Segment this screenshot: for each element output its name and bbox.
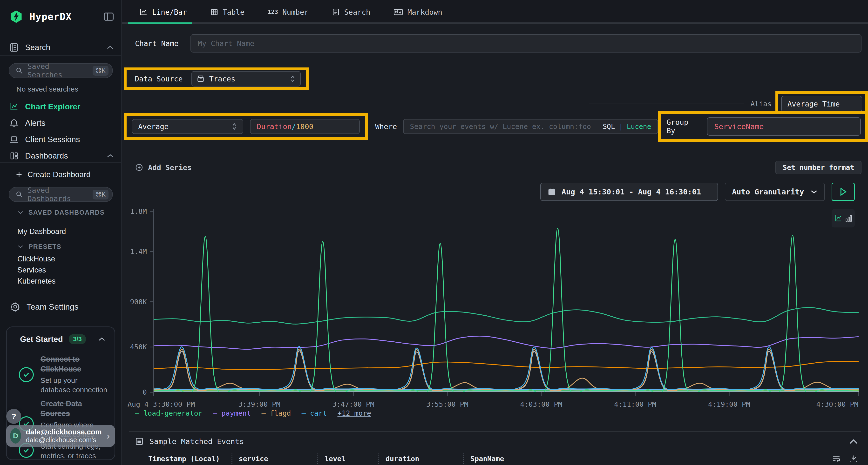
- sql-toggle[interactable]: SQL: [603, 123, 615, 131]
- where-input[interactable]: Search your events w/ Lucene ex. column:…: [403, 119, 658, 134]
- data-source-highlight: Data Source Traces: [124, 67, 309, 90]
- group-by-highlight: Group By ServiceName: [658, 111, 868, 142]
- legend-dash: —: [135, 409, 144, 417]
- sample-events-header: Sample Matched Events: [135, 435, 858, 447]
- legend-dash: —: [261, 409, 270, 417]
- legend-item[interactable]: — load-generator: [135, 409, 202, 417]
- saved-dashboards-placeholder: Saved Dashboards: [28, 186, 88, 203]
- download-icon[interactable]: [849, 454, 858, 463]
- laptop-icon: [9, 135, 19, 144]
- get-started-item-title: Create Data Sources: [40, 399, 107, 419]
- lucene-toggle[interactable]: Lucene: [627, 123, 651, 131]
- run-query-button[interactable]: [832, 182, 855, 201]
- saved-searches-placeholder: Saved Searches: [28, 62, 88, 79]
- chart-explorer-icon: [9, 102, 19, 111]
- chevron-up-icon[interactable]: [98, 337, 106, 342]
- series-actions-row: Add Series Set number format: [135, 160, 862, 175]
- aggregation-value: Average: [138, 122, 168, 131]
- tab-markdown[interactable]: Markdown: [394, 8, 442, 16]
- sidebar: HyperDX Search Saved Searches ⌘K No save…: [0, 0, 122, 465]
- tab-rail: [122, 23, 868, 24]
- legend-item[interactable]: — payment: [213, 409, 251, 417]
- help-button[interactable]: ?: [6, 409, 21, 424]
- tab-search[interactable]: Search: [332, 8, 370, 16]
- sidebar-item-chart-explorer[interactable]: Chart Explorer: [9, 101, 114, 112]
- table-column-header[interactable]: level: [317, 454, 378, 464]
- chevron-up-icon: [106, 45, 114, 50]
- nav-label: Client Sessions: [25, 135, 80, 144]
- svg-text:0: 0: [143, 388, 147, 396]
- wrap-lines-icon[interactable]: [831, 455, 841, 463]
- sidebar-item-dashboards[interactable]: Dashboards: [9, 150, 114, 161]
- search-section-label: Search: [25, 43, 51, 52]
- field-expression-input[interactable]: Duration/1000: [250, 119, 360, 134]
- legend-item[interactable]: — flagd: [261, 409, 291, 417]
- sidebar-item-clickhouse[interactable]: ClickHouse: [18, 254, 114, 264]
- tab-line-bar[interactable]: Line/Bar: [139, 8, 187, 16]
- group-by-input[interactable]: ServiceName: [707, 117, 861, 136]
- legend-more[interactable]: +12 more: [338, 409, 371, 417]
- tab-table[interactable]: Table: [210, 8, 245, 16]
- sidebar-divider: [0, 56, 121, 56]
- svg-text:3:47:00 PM: 3:47:00 PM: [332, 400, 374, 408]
- table-column-header[interactable]: service: [231, 454, 317, 464]
- list-icon: [135, 437, 144, 446]
- legend-dash: —: [213, 409, 221, 417]
- tab-number[interactable]: 123 Number: [268, 8, 309, 16]
- user-menu[interactable]: D dale@clickhouse.com dale@clickhouse.co…: [6, 425, 115, 447]
- field-numerator: Duration: [257, 122, 292, 131]
- saved-searches-input[interactable]: Saved Searches ⌘K: [9, 63, 113, 78]
- granularity-select[interactable]: Auto Granularity: [725, 182, 825, 201]
- svg-text:1.4M: 1.4M: [130, 247, 147, 256]
- legend-dash: —: [302, 409, 310, 417]
- chevron-down-icon: [18, 210, 24, 214]
- nav-label: Chart Explorer: [25, 102, 80, 111]
- sidebar-item-my-dashboard[interactable]: My Dashboard: [18, 227, 114, 237]
- sidebar-item-kubernetes[interactable]: Kubernetes: [18, 276, 114, 286]
- table-column-header[interactable]: SpanName: [463, 454, 598, 464]
- search-section-icon: [9, 43, 19, 52]
- table-column-header[interactable]: Timestamp (Local): [148, 455, 231, 463]
- markdown-icon: [394, 8, 403, 16]
- data-source-select[interactable]: Traces: [191, 71, 301, 87]
- table-column-header[interactable]: duration: [378, 454, 463, 464]
- date-range-picker[interactable]: Aug 4 15:30:01 - Aug 4 16:30:01: [540, 182, 718, 201]
- active-tab-indicator: [128, 23, 192, 24]
- sidebar-item-services[interactable]: Services: [18, 265, 114, 275]
- sidebar-item-alerts[interactable]: Alerts: [9, 118, 114, 129]
- svg-text:900K: 900K: [130, 298, 147, 306]
- section-divider: [129, 158, 861, 158]
- series-divider-line: [589, 104, 744, 104]
- create-dashboard-button[interactable]: Create Dashboard: [16, 169, 114, 180]
- alias-input[interactable]: Average Time: [781, 96, 862, 112]
- svg-text:450K: 450K: [130, 343, 147, 351]
- saved-dashboards-input[interactable]: Saved Dashboards ⌘K: [9, 187, 113, 202]
- sample-events-title: Sample Matched Events: [150, 437, 244, 446]
- presets-section[interactable]: PRESETS: [18, 242, 114, 252]
- saved-dashboards-section[interactable]: SAVED DASHBOARDS: [18, 208, 114, 217]
- chart-canvas: 1.8M1.4M900K450K0Aug 4 3:30:00 PM3:39:00…: [122, 206, 868, 418]
- set-number-format-button[interactable]: Set number format: [775, 161, 862, 174]
- sidebar-divider: [0, 162, 121, 163]
- chart-name-label: Chart Name: [135, 39, 183, 48]
- svg-text:3:55:00 PM: 3:55:00 PM: [426, 400, 468, 408]
- sidebar-item-client-sessions[interactable]: Client Sessions: [9, 134, 114, 145]
- legend-item[interactable]: — cart: [302, 409, 327, 417]
- add-series-button[interactable]: Add Series: [135, 163, 192, 172]
- get-started-item[interactable]: Connect to ClickHouse Set up your databa…: [19, 355, 107, 395]
- chart-name-input[interactable]: My Chart Name: [190, 34, 862, 53]
- select-chevrons-icon: [290, 75, 296, 83]
- chevron-down-icon: [18, 245, 24, 248]
- nav-label: Dashboards: [25, 151, 68, 161]
- lang-divider: |: [619, 123, 623, 131]
- search-icon: [16, 67, 23, 74]
- events-table-header: Timestamp (Local)serviceleveldurationSpa…: [148, 453, 858, 465]
- get-started-header[interactable]: Get Started 3/3: [20, 334, 106, 344]
- sidebar-item-search[interactable]: Search: [9, 41, 114, 54]
- sidebar-collapse-icon[interactable]: [103, 12, 114, 22]
- aggregation-select[interactable]: Average: [132, 119, 243, 134]
- timeseries-chart[interactable]: 1.8M1.4M900K450K0Aug 4 3:30:00 PM3:39:00…: [122, 206, 868, 418]
- sidebar-item-team-settings[interactable]: Team Settings: [10, 301, 114, 313]
- collapse-panel-icon[interactable]: [849, 438, 858, 444]
- get-started-item-subtitle: Set up your database connection: [40, 376, 107, 395]
